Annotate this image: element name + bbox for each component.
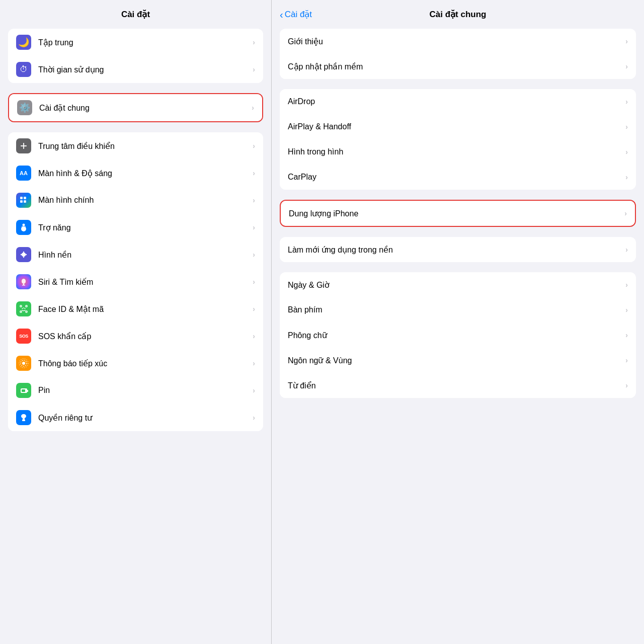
svg-point-12 [22,253,26,257]
pin-icon [16,383,31,398]
chevron-icon: › [253,142,255,150]
svg-point-15 [21,254,22,255]
svg-point-16 [26,254,27,255]
right-section-2: AirDrop › AirPlay & Handoff › Hình trong… [272,89,644,190]
svg-rect-6 [24,197,26,199]
chevron-icon: › [625,331,628,339]
chevron-icon: › [253,414,255,422]
sidebar-item-tro-nang[interactable]: Trợ năng › [8,214,263,241]
chevron-icon: › [625,381,628,389]
svg-rect-5 [20,197,23,199]
chevron-icon: › [253,251,255,259]
back-button[interactable]: ‹ Cài đặt [280,9,312,20]
sos-label: SOS khẩn cấp [38,332,253,341]
left-panel: Cài đặt 🌙 Tập trung › ⏱ Thời gian sử dụn… [0,0,272,644]
siri-icon [16,274,31,289]
sidebar-item-cai-dat-chung[interactable]: ⚙️ Cài đặt chung › [9,94,262,121]
right-item-tu-dien[interactable]: Từ điển › [280,373,636,398]
chevron-icon: › [625,356,628,364]
chevron-icon: › [253,196,255,204]
sidebar-item-face-id[interactable]: Face ID & Mật mã › [8,295,263,323]
airplay-label: AirPlay & Handoff [288,122,625,131]
svg-point-23 [22,308,23,309]
thoi-gian-label: Thời gian sử dụng [38,65,253,74]
sidebar-item-man-hinh-chinh[interactable]: Màn hình chính › [8,187,263,214]
trung-tam-icon [16,138,31,153]
right-item-dung-luong[interactable]: Dung lượng iPhone › [281,201,635,226]
sidebar-item-tap-trung[interactable]: 🌙 Tập trung › [8,29,263,56]
cai-dat-chung-icon: ⚙️ [17,100,32,115]
right-item-ngon-ngu[interactable]: Ngôn ngữ & Vùng › [280,348,636,373]
svg-point-24 [25,308,26,309]
right-header-title: Cài đặt chung [430,9,487,20]
pin-label: Pin [38,386,253,395]
gioi-thieu-label: Giới thiệu [288,37,625,46]
sidebar-item-siri[interactable]: Siri & Tìm kiếm › [8,268,263,295]
chevron-icon: › [625,306,628,314]
sidebar-item-man-hinh-do[interactable]: AA Màn hình & Độ sáng › [8,159,263,187]
svg-point-14 [23,257,24,258]
man-hinh-do-label: Màn hình & Độ sáng [38,169,253,178]
sidebar-item-hinh-nen[interactable]: Hình nền › [8,241,263,268]
right-item-carplay[interactable]: CarPlay › [280,165,636,190]
chevron-icon: › [253,332,255,340]
right-group-2: AirDrop › AirPlay & Handoff › Hình trong… [280,89,636,190]
chevron-icon: › [253,65,255,73]
right-item-gioi-thieu[interactable]: Giới thiệu › [280,29,636,54]
svg-rect-18 [22,285,25,286]
right-section-1: Giới thiệu › Cập nhật phần mềm › [272,29,644,79]
group-general: ⚙️ Cài đặt chung › [8,93,263,122]
sidebar-item-thoi-gian[interactable]: ⏱ Thời gian sử dụng › [8,56,263,83]
right-section-5: Ngày & Giờ › Bàn phím › Phông chữ › Ngôn… [272,272,644,398]
chevron-icon: › [625,123,628,131]
tap-trung-icon: 🌙 [16,35,31,50]
svg-rect-19 [20,305,22,307]
svg-rect-2 [25,145,27,146]
svg-point-9 [23,224,25,226]
thong-bao-icon [16,356,31,371]
svg-rect-1 [21,145,23,146]
chevron-icon: › [625,173,628,181]
chevron-icon: › [624,209,627,217]
sidebar-item-quyen-rieng[interactable]: Quyền riêng tư › [8,404,263,431]
right-item-airplay[interactable]: AirPlay & Handoff › [280,114,636,139]
face-id-label: Face ID & Mật mã [38,304,253,314]
right-item-hinh-trong-hinh[interactable]: Hình trong hình › [280,139,636,165]
hinh-nen-label: Hình nền [38,250,253,260]
man-hinh-chinh-label: Màn hình chính [38,196,253,205]
right-item-airdrop[interactable]: AirDrop › [280,89,636,114]
chevron-icon: › [253,38,255,46]
svg-rect-32 [22,420,25,421]
face-id-icon [16,301,31,316]
right-section-4: Làm mới ứng dụng trong nền › [272,237,644,262]
chevron-icon: › [625,98,628,106]
right-item-phong-chu[interactable]: Phông chữ › [280,323,636,348]
sidebar-item-sos[interactable]: SOS SOS khẩn cấp › [8,323,263,350]
right-item-ngay-gio[interactable]: Ngày & Giờ › [280,272,636,297]
sidebar-item-thong-bao[interactable]: Thông báo tiếp xúc › [8,350,263,377]
right-item-ban-phim[interactable]: Bàn phím › [280,297,636,323]
right-section-3: Dung lượng iPhone › [272,200,644,227]
sidebar-item-pin[interactable]: Pin › [8,377,263,404]
chevron-icon: › [253,169,255,177]
chevron-icon: › [252,104,254,112]
chevron-icon: › [625,37,628,45]
section-focus: 🌙 Tập trung › ⏱ Thời gian sử dụng › [0,29,271,83]
group-other: Trung tâm điều khiển › AA Màn hình & Độ … [8,132,263,431]
cai-dat-chung-label: Cài đặt chung [39,103,252,113]
right-item-cap-nhat[interactable]: Cập nhật phần mềm › [280,54,636,79]
right-item-lam-moi[interactable]: Làm mới ứng dụng trong nền › [280,237,636,262]
right-header: ‹ Cài đặt Cài đặt chung [272,0,644,25]
svg-rect-3 [23,143,24,145]
trung-tam-label: Trung tâm điều khiển [38,141,253,151]
ngon-ngu-label: Ngôn ngữ & Vùng [288,356,625,365]
right-group-1: Giới thiệu › Cập nhật phần mềm › [280,29,636,79]
siri-label: Siri & Tìm kiếm [38,277,253,287]
svg-rect-22 [26,311,27,312]
ban-phim-label: Bàn phím [288,305,625,314]
tro-nang-label: Trợ năng [38,223,253,232]
chevron-icon: › [253,278,255,286]
chevron-icon: › [253,305,255,313]
sidebar-item-trung-tam[interactable]: Trung tâm điều khiển › [8,132,263,159]
back-chevron-icon: ‹ [280,10,283,20]
